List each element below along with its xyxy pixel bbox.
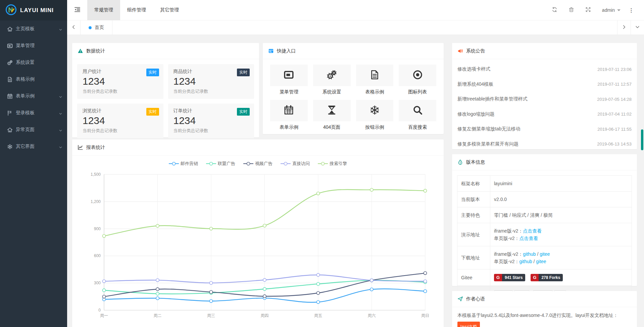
caret-down-icon xyxy=(617,9,621,13)
link-gitee[interactable]: gitee xyxy=(540,251,550,257)
notice-row[interactable]: 修复多模块菜单栏展开有问题2019-06-13 14:53 xyxy=(457,137,632,152)
legend-item-直接访问[interactable]: 直接访问 xyxy=(281,161,310,167)
gitee-icon: G xyxy=(494,274,502,281)
sidebar-item-asterisk[interactable]: 其它界面 xyxy=(0,138,67,155)
sidebar-item-label: 主页模板 xyxy=(16,26,35,32)
sidebar-item-home[interactable]: 主页模板 xyxy=(0,21,67,37)
stat-box: 用户统计1234当前分类总记录数实时 xyxy=(77,64,163,99)
link-点击查看[interactable]: 点击查看 xyxy=(523,228,542,234)
shortcut-asterisk[interactable]: 按钮示例 xyxy=(356,100,394,130)
shortcut-label: 菜单管理 xyxy=(270,89,308,95)
home-icon xyxy=(7,127,13,133)
stat-box: 商品统计1234当前分类总记录数实时 xyxy=(168,64,254,99)
chevron-down-icon xyxy=(59,128,62,132)
window-icon xyxy=(284,70,294,81)
stat-value: 1234 xyxy=(83,76,158,87)
notice-row[interactable]: 新增系统404模板2019-07-11 12:57 xyxy=(457,77,632,92)
sidebar-item-label: 登录模板 xyxy=(16,110,35,116)
shortcut-dot-circle[interactable]: 图标列表 xyxy=(399,65,436,95)
version-label: 下载地址 xyxy=(457,246,490,270)
top-tab-常规管理[interactable]: 常规管理 xyxy=(87,0,120,20)
more-menu-button[interactable]: ⋮ xyxy=(626,7,637,13)
app-title: LAYUI MINI xyxy=(20,7,54,14)
topbar: 常规管理组件管理其它管理 admin ⋮ xyxy=(67,0,644,21)
notice-row[interactable]: 修复左侧菜单缩放tab无法移动2019-06-17 11:55 xyxy=(457,122,632,137)
svg-text:1,500: 1,500 xyxy=(91,172,101,177)
sidebar-item-flag[interactable]: 登录模板 xyxy=(0,105,67,121)
stat-desc: 当前分类总记录数 xyxy=(83,88,158,94)
clear-cache-button[interactable] xyxy=(563,0,580,21)
version-card: 版本信息 框架名称layuimini当前版本v2.0.0主要特色零门槛 / 响应… xyxy=(452,154,637,286)
shortcut-file[interactable]: 表格示例 xyxy=(356,65,394,95)
notice-text: 修复左侧菜单缩放tab无法移动 xyxy=(457,126,520,132)
tab-scroll-right-button[interactable] xyxy=(617,21,631,35)
sidebar-item-label: 菜单管理 xyxy=(16,43,35,49)
legend-item-联盟广告[interactable]: 联盟广告 xyxy=(206,161,235,167)
top-tab-其它管理[interactable]: 其它管理 xyxy=(153,0,186,20)
fullscreen-button[interactable] xyxy=(580,0,597,21)
notice-row[interactable]: 修改选项卡样式2019-07-11 23:06 xyxy=(457,62,632,77)
shortcut-calendar[interactable]: 表单示例 xyxy=(270,100,308,130)
svg-text:周六: 周六 xyxy=(368,313,376,318)
gitee-badge[interactable]: G941 Stars xyxy=(494,274,525,281)
author-line1: 本模板基于layui2.5.4以及font-awesome-4.7.0进行实现。… xyxy=(457,311,632,320)
refresh-button[interactable] xyxy=(546,0,563,21)
shortcut-search[interactable]: 百度搜索 xyxy=(399,100,436,130)
tab-scroll-left-button[interactable] xyxy=(67,21,81,35)
scrollbar-track[interactable] xyxy=(640,35,644,327)
user-dropdown[interactable]: admin xyxy=(597,7,626,13)
logo[interactable]: LAYUI MINI xyxy=(0,0,67,21)
notice-row[interactable]: 修改logo缩放问题2019-07-04 11:02 xyxy=(457,107,632,122)
link-点击查看[interactable]: 点击查看 xyxy=(519,236,538,241)
shortcut-hourglass[interactable]: 404页面 xyxy=(313,100,351,130)
sidebar-item-gears[interactable]: 系统设置 xyxy=(0,54,67,71)
link-gitee[interactable]: gitee xyxy=(536,259,546,264)
sidebar-item-label: 表单示例 xyxy=(16,93,35,99)
warning-triangle-icon xyxy=(78,48,83,54)
tab-operations-button[interactable] xyxy=(631,21,644,35)
bullhorn-icon xyxy=(457,48,463,54)
shortcut-label: 按钮示例 xyxy=(356,124,394,130)
realtime-badge: 实时 xyxy=(237,69,250,76)
notice-text: 新增系统404模板 xyxy=(457,81,493,87)
svg-text:周四: 周四 xyxy=(261,313,269,318)
file-icon xyxy=(369,70,380,81)
top-tab-组件管理[interactable]: 组件管理 xyxy=(120,0,153,20)
version-label: Gitee xyxy=(457,270,490,286)
report-card-title: 报表统计 xyxy=(86,145,105,151)
sidebar-item-window[interactable]: 菜单管理 xyxy=(0,37,67,54)
calendar-icon xyxy=(284,105,294,117)
tab-home-label: 首页 xyxy=(95,25,104,31)
stat-value: 1234 xyxy=(174,115,249,126)
sidebar-item-label: 异常页面 xyxy=(16,127,35,133)
link-github[interactable]: github xyxy=(523,251,536,257)
menu-fold-button[interactable] xyxy=(67,0,87,20)
leaf-icon xyxy=(457,159,463,165)
sidebar-item-calendar[interactable]: 表单示例 xyxy=(0,88,67,105)
notice-row[interactable]: 新增treetable插件和菜单管理样式2019-07-05 14:28 xyxy=(457,92,632,107)
tab-home[interactable]: 首页 xyxy=(81,21,112,35)
scrollbar-thumb[interactable] xyxy=(641,129,643,150)
chart-line-icon xyxy=(78,145,83,150)
sidebar-item-home[interactable]: 异常页面 xyxy=(0,121,67,138)
layui-doc-badge[interactable]: layui文档 xyxy=(457,322,480,327)
notice-card-title: 系统公告 xyxy=(466,48,485,54)
legend-item-视频广告[interactable]: 视频广告 xyxy=(243,161,273,167)
shortcut-gears[interactable]: 系统设置 xyxy=(313,65,351,95)
realtime-badge: 实时 xyxy=(146,69,159,76)
dot-circle-icon xyxy=(412,70,423,81)
legend-item-邮件营销[interactable]: 邮件营销 xyxy=(169,161,198,167)
gitee-badge[interactable]: G278 Forks xyxy=(531,274,563,281)
sidebar-item-file[interactable]: 表格示例 xyxy=(0,71,67,88)
svg-text:周日: 周日 xyxy=(421,313,429,318)
legend-item-搜索引擎[interactable]: 搜索引擎 xyxy=(318,161,347,167)
shortcut-label: 系统设置 xyxy=(313,89,351,95)
notice-text: 修改选项卡样式 xyxy=(457,66,490,72)
outdent-icon xyxy=(74,6,81,14)
version-row: 主要特色零门槛 / 响应式 / 清爽 / 极简 xyxy=(457,207,632,223)
version-label: 演示地址 xyxy=(457,223,490,246)
link-github[interactable]: github xyxy=(519,259,532,264)
version-row: 下载地址iframe版-v2：github / gitee单页版-v2：gith… xyxy=(457,246,632,270)
stats-card: 数据统计 用户统计1234当前分类总记录数实时商品统计1234当前分类总记录数实… xyxy=(72,43,259,137)
shortcut-window[interactable]: 菜单管理 xyxy=(270,65,308,95)
